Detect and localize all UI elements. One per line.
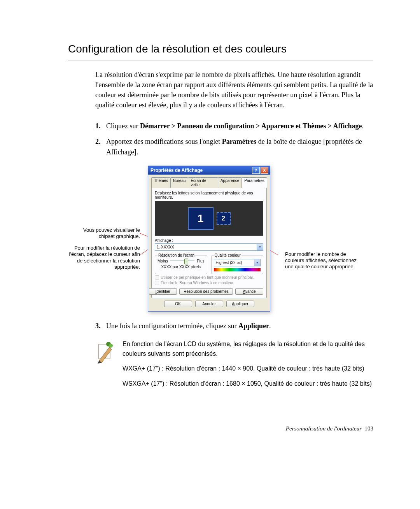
cancel-button[interactable]: Annuler [195, 301, 223, 307]
step-3: 3. Une fois la configuration terminée, c… [95, 321, 373, 331]
note-icon [95, 339, 116, 394]
monitor-hint: Déplacez les icônes selon l'agencement p… [155, 191, 263, 199]
steps-list-cont: 3. Une fois la configuration terminée, c… [95, 321, 373, 331]
monitor-2[interactable]: 2 [217, 212, 231, 225]
step-1: 1. Cliquez sur Démarrer > Panneau de con… [95, 121, 373, 131]
right-callouts: Pour modifier le nombre de couleurs affi… [278, 166, 359, 311]
callout-resolution: Pour modifier la résolution de l'écran, … [68, 245, 140, 270]
tab-bureau[interactable]: Bureau [170, 177, 188, 188]
intro-paragraph: La résolution d'écran s'exprime par le n… [95, 70, 373, 110]
tab-settings[interactable]: Paramètres [242, 177, 267, 188]
note-p1: En fonction de l'écran LCD du système, l… [122, 339, 373, 359]
color-quality-select[interactable]: Highest (32 bit) ▼ [214, 259, 261, 266]
resolution-group: Résolution de l'écran Moins Plus XXXX pa… [155, 253, 207, 274]
close-button[interactable]: X [261, 167, 268, 174]
tab-themes[interactable]: Thèmes [151, 177, 171, 188]
monitors-preview[interactable]: 1 2 [155, 201, 263, 236]
svg-line-0 [140, 233, 148, 236]
left-callouts: Vous pouvez visualiser le chipset graphi… [68, 166, 140, 311]
identify-button[interactable]: Identifier [149, 288, 177, 295]
dialog-titlebar[interactable]: Propriétés de Affichage ? X [148, 166, 270, 175]
color-quality-group: Qualité couleur Highest (32 bit) ▼ [211, 253, 264, 274]
step-2: 2. Apportez des modifications sous l'ong… [95, 136, 373, 157]
svg-line-2 [270, 250, 278, 255]
heading-rule [68, 61, 373, 61]
slider-thumb[interactable] [184, 259, 188, 264]
troubleshoot-button[interactable]: Résolution des problèmes [179, 288, 233, 295]
page-footer: Personnalisation de l'ordinateur 103 [68, 425, 373, 432]
note-body: En fonction de l'écran LCD du système, l… [122, 339, 373, 394]
note-block: En fonction de l'écran LCD du système, l… [95, 339, 373, 394]
note-p2: WXGA+ (17") : Résolution d'écran : 1440 … [122, 364, 373, 374]
resolution-value: XXXX par XXXX pixels [158, 265, 205, 269]
extend-desktop-checkbox[interactable]: Étendre le Bureau Windows à ce moniteur. [155, 281, 263, 285]
callout-chipset: Vous pouvez visualiser le chipset graphi… [68, 227, 140, 240]
ok-button[interactable]: OK [164, 301, 192, 307]
svg-point-5 [109, 344, 113, 348]
primary-monitor-checkbox[interactable]: Utiliser ce périphérique en tant que mon… [155, 275, 263, 280]
page-heading: Configuration de la résolution et des co… [68, 43, 373, 55]
tab-panel-settings: Déplacez les icônes selon l'agencement p… [151, 187, 267, 298]
display-properties-dialog: Propriétés de Affichage ? X Thèmes Burea… [148, 166, 270, 311]
display-select[interactable]: 1. XXXXX ▼ [155, 243, 263, 251]
resolution-slider[interactable] [170, 261, 194, 261]
chevron-down-icon: ▼ [254, 259, 260, 266]
color-rainbow [214, 268, 261, 271]
monitor-1[interactable]: 1 [188, 207, 214, 230]
advanced-button[interactable]: Avancé [235, 288, 263, 295]
dialog-footer-buttons: OK Annuler Appliquer [151, 298, 267, 308]
dialog-title: Propriétés de Affichage [150, 168, 251, 173]
dialog-figure: Vous pouvez visualiser le chipset graphi… [68, 166, 373, 311]
display-label: Affichage : [155, 238, 263, 243]
note-p3: WSXGA+ (17") : Résolution d'écran : 1680… [122, 379, 373, 389]
svg-line-1 [140, 250, 148, 255]
callout-color-quality: Pour modifier le nombre de couleurs affi… [285, 251, 359, 270]
dialog-tabs: Thèmes Bureau Écran de veille Apparence … [151, 177, 267, 187]
steps-list: 1. Cliquez sur Démarrer > Panneau de con… [95, 121, 373, 157]
help-button[interactable]: ? [252, 167, 260, 174]
monitor-checkboxes: Utiliser ce périphérique en tant que mon… [155, 275, 263, 285]
callout-arrows-left [140, 166, 148, 306]
tab-screensaver[interactable]: Écran de veille [188, 177, 218, 188]
tab-appearance[interactable]: Apparence [218, 177, 242, 188]
apply-button[interactable]: Appliquer [226, 301, 254, 307]
chevron-down-icon: ▼ [257, 244, 263, 250]
callout-arrows-right [270, 166, 278, 306]
